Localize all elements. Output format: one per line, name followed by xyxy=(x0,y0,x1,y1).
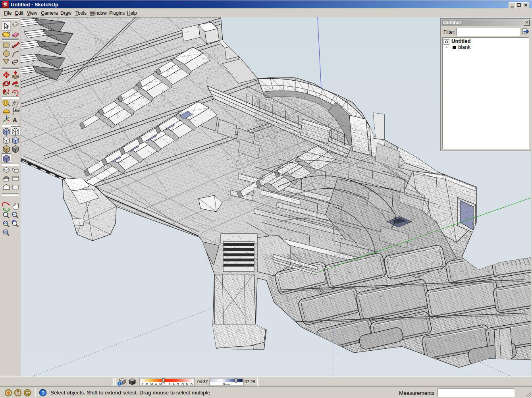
svg-text:A: A xyxy=(13,117,17,123)
svg-text:J: J xyxy=(164,383,166,386)
svg-text:N: N xyxy=(186,383,188,386)
svg-text:A: A xyxy=(173,383,175,386)
svg-text:D: D xyxy=(191,383,193,386)
svg-text:S: S xyxy=(177,383,179,386)
svg-text:Noon: Noon xyxy=(223,383,230,386)
svg-text:Abc: Abc xyxy=(14,109,19,112)
svg-text:J: J xyxy=(168,383,170,386)
svg-text:07:28: 07:28 xyxy=(245,379,255,384)
svg-text:J: J xyxy=(142,383,143,386)
svg-text:O: O xyxy=(181,383,184,386)
svg-text:M: M xyxy=(150,383,153,386)
svg-text:Untitled: Untitled xyxy=(451,38,470,44)
svg-text:blank: blank xyxy=(458,44,471,50)
svg-text:?: ? xyxy=(42,390,45,396)
svg-text:04:37: 04:37 xyxy=(197,379,208,384)
svg-text:M: M xyxy=(159,383,162,386)
svg-text:F: F xyxy=(146,383,148,386)
svg-text:A: A xyxy=(155,383,157,386)
